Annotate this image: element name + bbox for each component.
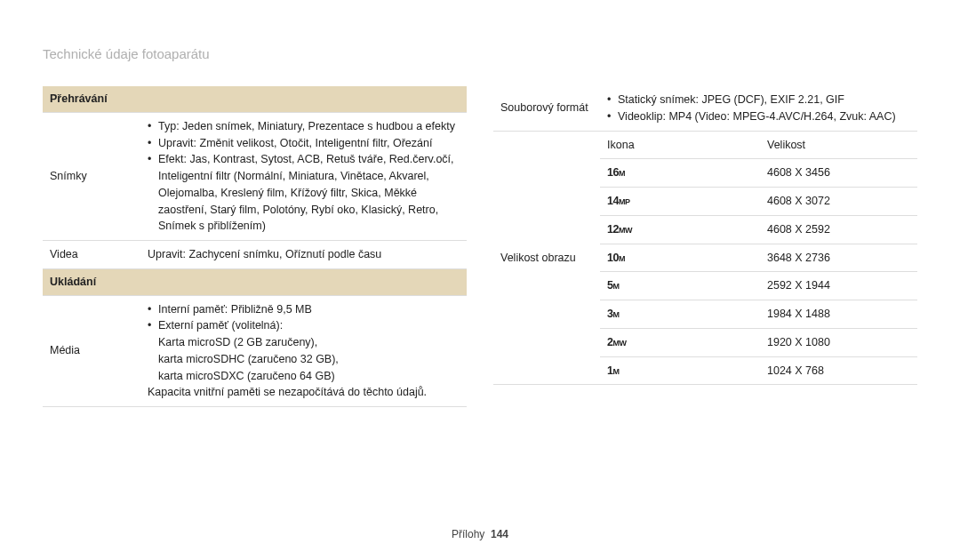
bullet-item: Statický snímek: JPEG (DCF), EXIF 2.21, … (607, 92, 910, 108)
size-icon: 10M (600, 244, 760, 272)
size-value: 1024 X 768 (760, 356, 917, 385)
bullet-line: karta microSDHC (zaručeno 32 GB), (158, 353, 339, 365)
row-videa-label: Videa (43, 241, 140, 269)
content-columns: Přehrávání Snímky Typ: Jeden snímek, Min… (43, 86, 917, 407)
bullet-item: Externí paměť (volitelná): Karta microSD… (148, 317, 460, 384)
media-note: Kapacita vnitřní paměti se nezapočítává … (148, 384, 460, 401)
size-value: 1920 X 1080 (760, 328, 917, 356)
section-header-prehravani: Přehrávání (43, 86, 467, 112)
size-icon: 14MP (600, 188, 760, 216)
row-videa-value: Upravit: Zachycení snímku, Oříznutí podl… (140, 241, 467, 269)
row-media-label: Média (43, 295, 140, 407)
row-file-format-label: Souborový formát (493, 86, 600, 131)
size-icon: 3M (600, 300, 760, 329)
right-table: Souborový formát Statický snímek: JPEG (… (493, 86, 917, 385)
left-table: Přehrávání Snímky Typ: Jeden snímek, Min… (43, 86, 467, 407)
size-value: 2592 X 1944 (760, 272, 917, 300)
row-media: Média Interní paměť: Přibližně 9,5 MB Ex… (43, 295, 467, 407)
bullet-item: Upravit: Změnit velikost, Otočit, Inteli… (148, 135, 460, 152)
bullet-line: karta microSDXC (zaručeno 64 GB) (158, 370, 335, 382)
size-value: 4608 X 3072 (760, 188, 917, 216)
row-size-label: Velikost obrazu (493, 131, 600, 385)
size-value: 3648 X 2736 (760, 244, 917, 272)
row-snimky: Snímky Typ: Jeden snímek, Miniatury, Pre… (43, 112, 467, 240)
bullet-item: Interní paměť: Přibližně 9,5 MB (148, 301, 460, 318)
col-header-size: Velikost (760, 131, 917, 159)
section-header-ukladani: Ukládání (43, 268, 467, 295)
bullet-lead: Externí paměť (volitelná): (158, 319, 283, 332)
row-snimky-value: Typ: Jeden snímek, Miniatury, Prezentace… (140, 112, 467, 240)
size-icon: 1M (600, 356, 760, 385)
footer-label: Přílohy (452, 528, 484, 540)
size-icon: 5M (600, 272, 760, 300)
bullet-item: Videoklip: MP4 (Video: MPEG-4.AVC/H.264,… (607, 108, 910, 125)
row-file-format-value: Statický snímek: JPEG (DCF), EXIF 2.21, … (600, 86, 917, 131)
size-value: 4608 X 3456 (760, 159, 917, 188)
row-snimky-label: Snímky (43, 112, 140, 240)
size-icon: 12MW (600, 215, 760, 244)
section-header-label: Přehrávání (43, 86, 467, 112)
row-file-format: Souborový formát Statický snímek: JPEG (… (493, 86, 917, 131)
left-column: Přehrávání Snímky Typ: Jeden snímek, Min… (43, 86, 467, 407)
row-videa: Videa Upravit: Zachycení snímku, Oříznut… (43, 241, 467, 269)
page-footer: Přílohy 144 (0, 528, 960, 540)
size-value: 1984 X 1488 (760, 300, 917, 329)
page-title: Technické údaje fotoaparátu (43, 46, 917, 61)
col-header-icon: Ikona (600, 131, 760, 159)
bullet-item: Efekt: Jas, Kontrast, Sytost, ACB, Retuš… (148, 151, 460, 235)
footer-page-number: 144 (491, 528, 508, 540)
right-column: Souborový formát Statický snímek: JPEG (… (493, 86, 917, 407)
size-value: 4608 X 2592 (760, 215, 917, 244)
section-header-label: Ukládání (43, 268, 467, 295)
row-size-header: Velikost obrazu Ikona Velikost (493, 131, 917, 159)
bullet-item: Typ: Jeden snímek, Miniatury, Prezentace… (148, 118, 460, 135)
size-icon: 16M (600, 159, 760, 188)
row-media-value: Interní paměť: Přibližně 9,5 MB Externí … (140, 295, 467, 407)
size-icon: 2MW (600, 328, 760, 356)
bullet-line: Karta microSD (2 GB zaručeny), (158, 336, 317, 348)
